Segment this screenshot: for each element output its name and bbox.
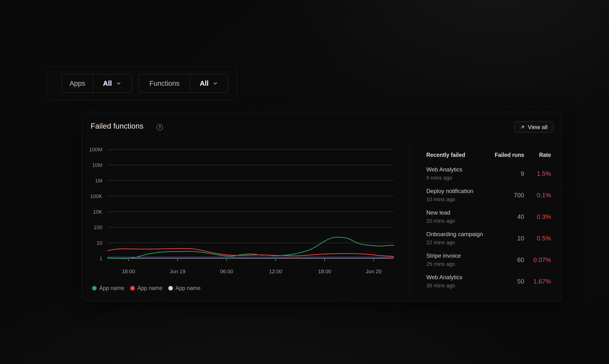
legend-item[interactable]: App name [168, 285, 201, 291]
chevron-down-icon [116, 80, 122, 86]
failed-functions-chart: 11010010K100K1M10M100M18:00Jun 1906:0012… [86, 144, 403, 278]
apps-filter-selected-value: All [103, 79, 112, 87]
svg-text:18:00: 18:00 [122, 268, 135, 274]
failed-runs-value: 700 [514, 192, 524, 199]
legend-label: App name [176, 285, 201, 291]
functions-filter-label: Functions [139, 74, 190, 92]
svg-text:100: 100 [94, 224, 102, 230]
functions-filter-dropdown[interactable]: All [190, 74, 228, 92]
recently-failed-table: Recently failed Failed runs Rate Web Ana… [426, 152, 551, 296]
function-time: 20 mins ago [426, 218, 455, 224]
function-time: 10 mins ago [426, 196, 455, 203]
card-title: Failed functions [91, 122, 143, 130]
chart-legend: App name App name App name [92, 285, 201, 291]
apps-filter-label: Apps [62, 74, 93, 92]
functions-filter-selected-value: All [200, 79, 208, 87]
functions-filter: Functions All [138, 74, 228, 93]
svg-text:10: 10 [97, 240, 102, 246]
rate-value: 0.1% [537, 192, 551, 199]
function-time: 22 mins ago [426, 239, 455, 246]
table-header-recently-failed: Recently failed [426, 152, 465, 158]
arrow-up-right-icon [520, 125, 525, 130]
legend-dot-purple [168, 286, 173, 290]
svg-text:12:00: 12:00 [269, 268, 282, 274]
legend-item[interactable]: App name [92, 285, 125, 291]
function-time: 35 mins ago [426, 283, 455, 289]
svg-text:10M: 10M [92, 162, 102, 168]
divider [410, 144, 410, 296]
help-icon[interactable]: ? [157, 124, 163, 130]
svg-text:Jun 20: Jun 20 [366, 268, 381, 274]
table-header-failed-runs: Failed runs [495, 152, 524, 158]
table-row[interactable]: Web Analytics 5 mins ago 9 1.5% [426, 166, 551, 188]
svg-text:1M: 1M [95, 178, 102, 184]
svg-text:Jun 19: Jun 19 [169, 268, 185, 274]
svg-text:10K: 10K [93, 209, 102, 215]
svg-text:1: 1 [99, 256, 102, 261]
table-header-rate: Rate [539, 152, 551, 158]
rate-value: 0.5% [537, 235, 551, 242]
legend-item[interactable]: App name [130, 285, 163, 291]
chevron-down-icon [212, 80, 218, 86]
svg-text:100K: 100K [90, 193, 103, 199]
failed-runs-value: 9 [521, 170, 524, 177]
legend-dot-red [130, 286, 135, 290]
svg-text:06:00: 06:00 [220, 268, 233, 274]
failed-functions-card: Failed functions ? View all 11010010K100… [82, 112, 562, 301]
table-row[interactable]: Onboarding campaign 22 mins ago 10 0.5% [426, 231, 551, 252]
function-name: Web Analytics [426, 166, 462, 173]
function-name: Onboarding campaign [426, 231, 483, 238]
function-name: Web Analytics [426, 274, 462, 281]
failed-runs-value: 40 [517, 213, 524, 221]
apps-filter: Apps All [62, 74, 132, 93]
rate-value: 0.07% [533, 256, 551, 264]
rate-value: 0.3% [537, 213, 551, 221]
filter-bar: Apps All Functions All [48, 66, 237, 100]
table-row[interactable]: Deploy notification 10 mins ago 700 0.1% [426, 188, 551, 209]
function-time: 25 mins ago [426, 261, 455, 267]
legend-dot-green [92, 286, 97, 290]
svg-text:100M: 100M [89, 147, 102, 153]
failed-runs-value: 50 [517, 278, 524, 285]
rate-value: 1.67% [533, 278, 551, 285]
function-name: Deploy notification [426, 188, 473, 195]
table-row[interactable]: New lead 20 mins ago 40 0.3% [426, 209, 551, 231]
svg-text:18:00: 18:00 [318, 268, 331, 274]
rate-value: 1.5% [537, 170, 551, 177]
function-time: 5 mins ago [426, 175, 452, 181]
page-background: Apps All Functions All Failed functions … [0, 0, 609, 364]
legend-label: App name [137, 285, 163, 291]
failed-runs-value: 10 [517, 235, 524, 242]
table-row[interactable]: Stripe invoice 25 mins ago 60 0.07% [426, 252, 551, 274]
apps-filter-dropdown[interactable]: All [93, 74, 132, 92]
legend-label: App name [99, 285, 125, 291]
view-all-button[interactable]: View all [514, 121, 553, 133]
table-row[interactable]: Web Analytics 35 mins ago 50 1.67% [426, 274, 551, 296]
view-all-label: View all [528, 124, 547, 130]
failed-runs-value: 60 [517, 256, 524, 264]
function-name: Stripe invoice [426, 252, 461, 259]
function-name: New lead [426, 209, 450, 216]
